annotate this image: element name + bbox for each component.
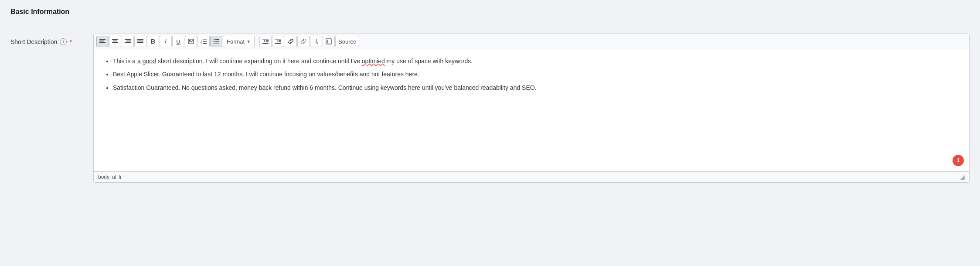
section-title: Basic Information xyxy=(10,8,69,15)
svg-rect-27 xyxy=(215,43,219,44)
svg-rect-36 xyxy=(279,41,281,42)
svg-rect-17 xyxy=(203,39,207,40)
unlink-button[interactable] xyxy=(297,36,310,47)
svg-rect-1 xyxy=(99,41,104,41)
italic-button[interactable]: I xyxy=(160,36,172,47)
svg-rect-23 xyxy=(215,39,219,40)
source-icon-button[interactable] xyxy=(323,36,335,47)
svg-rect-4 xyxy=(112,39,118,40)
svg-point-24 xyxy=(214,41,214,42)
list-item-3: Satisfaction Guaranteed. No questions as… xyxy=(113,83,960,92)
rich-text-editor: B I U xyxy=(93,34,970,183)
statusbar-tags: body ul li xyxy=(98,174,121,180)
field-label-text: Short Description xyxy=(10,38,57,45)
resize-handle[interactable]: ◢ xyxy=(960,174,965,181)
svg-rect-11 xyxy=(137,39,143,40)
section-header: Basic Information xyxy=(9,0,971,23)
align-left-button[interactable] xyxy=(96,36,109,47)
field-row: Short Description i * xyxy=(9,34,971,183)
svg-rect-33 xyxy=(275,39,281,40)
statusbar-tag-body[interactable]: body xyxy=(98,174,109,180)
svg-rect-32 xyxy=(262,43,269,44)
editor-content-area[interactable]: This is a a good short description. I wi… xyxy=(94,49,969,171)
justify-button[interactable] xyxy=(134,36,146,47)
image-button[interactable] xyxy=(185,36,197,47)
editor-toolbar: B I U xyxy=(94,34,969,49)
toolbar-separator-1 xyxy=(257,37,257,46)
source-label: Source xyxy=(338,38,356,45)
svg-rect-38 xyxy=(326,39,331,44)
svg-rect-30 xyxy=(266,40,269,41)
format-dropdown[interactable]: Format ▼ xyxy=(223,36,255,47)
statusbar-tag-li[interactable]: li xyxy=(119,174,121,180)
list-item-1: This is a a good short description. I wi… xyxy=(113,56,960,66)
required-indicator: * xyxy=(69,38,72,45)
indent-button[interactable] xyxy=(259,36,272,47)
svg-rect-37 xyxy=(275,43,281,44)
align-right-button[interactable] xyxy=(122,36,134,47)
svg-rect-13 xyxy=(137,42,143,43)
unordered-list-button[interactable] xyxy=(210,36,222,47)
svg-rect-6 xyxy=(112,42,118,43)
svg-rect-19 xyxy=(203,41,207,42)
svg-text:3.: 3. xyxy=(201,42,202,44)
svg-rect-0 xyxy=(99,39,105,40)
underlined-word: a good xyxy=(137,58,156,65)
outdent-button[interactable] xyxy=(272,36,284,47)
chevron-down-icon: ▼ xyxy=(246,39,251,44)
format-dropdown-label: Format xyxy=(227,38,245,45)
source-button[interactable]: Source xyxy=(335,36,359,47)
align-center-button[interactable] xyxy=(109,36,121,47)
svg-rect-9 xyxy=(126,41,131,41)
error-count: 1 xyxy=(956,156,960,165)
svg-marker-29 xyxy=(264,40,265,42)
svg-rect-31 xyxy=(266,41,269,42)
svg-rect-25 xyxy=(215,41,219,42)
svg-rect-8 xyxy=(125,39,131,40)
svg-rect-12 xyxy=(137,41,143,41)
error-badge[interactable]: 1 xyxy=(953,155,964,166)
svg-point-15 xyxy=(190,40,191,41)
svg-rect-21 xyxy=(203,43,207,44)
svg-point-26 xyxy=(214,43,214,44)
content-list: This is a a good short description. I wi… xyxy=(102,56,960,92)
svg-rect-2 xyxy=(99,42,105,43)
list-item-2: Best Apple Slicer. Guaranteed to last 12… xyxy=(113,69,960,79)
statusbar-tag-ul[interactable]: ul xyxy=(112,174,116,180)
editor-statusbar: body ul li ◢ xyxy=(94,171,969,182)
misspelled-word: optimied xyxy=(362,58,385,65)
svg-point-22 xyxy=(214,39,214,40)
svg-rect-10 xyxy=(125,42,131,43)
svg-rect-35 xyxy=(279,40,281,41)
svg-marker-34 xyxy=(277,40,278,42)
field-label: Short Description i * xyxy=(10,34,85,45)
ordered-list-button[interactable]: 1. 2. 3. xyxy=(197,36,210,47)
clear-format-button[interactable]: Ix xyxy=(310,36,322,47)
bold-button[interactable]: B xyxy=(147,36,159,47)
svg-rect-28 xyxy=(262,39,269,40)
link-button[interactable] xyxy=(285,36,297,47)
svg-rect-5 xyxy=(113,41,117,41)
info-icon[interactable]: i xyxy=(60,38,67,45)
underline-button[interactable]: U xyxy=(172,36,184,47)
